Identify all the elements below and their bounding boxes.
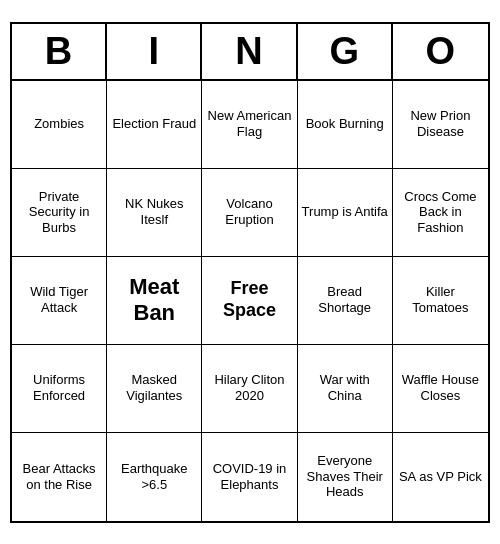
bingo-grid: ZombiesElection FraudNew American FlagBo…: [12, 81, 488, 521]
bingo-cell-22: COVID-19 in Elephants: [202, 433, 297, 521]
bingo-cell-23: Everyone Shaves Their Heads: [298, 433, 393, 521]
bingo-letter-o: O: [393, 24, 488, 79]
bingo-cell-7: Volcano Eruption: [202, 169, 297, 257]
bingo-cell-0: Zombies: [12, 81, 107, 169]
bingo-cell-12: Free Space: [202, 257, 297, 345]
bingo-cell-20: Bear Attacks on the Rise: [12, 433, 107, 521]
bingo-cell-14: Killer Tomatoes: [393, 257, 488, 345]
bingo-cell-8: Trump is Antifa: [298, 169, 393, 257]
bingo-cell-4: New Prion Disease: [393, 81, 488, 169]
bingo-cell-10: Wild Tiger Attack: [12, 257, 107, 345]
bingo-letter-b: B: [12, 24, 107, 79]
bingo-letter-n: N: [202, 24, 297, 79]
bingo-cell-1: Election Fraud: [107, 81, 202, 169]
bingo-cell-6: NK Nukes Iteslf: [107, 169, 202, 257]
bingo-cell-2: New American Flag: [202, 81, 297, 169]
bingo-cell-17: Hilary Cliton 2020: [202, 345, 297, 433]
bingo-cell-11: Meat Ban: [107, 257, 202, 345]
bingo-cell-3: Book Burning: [298, 81, 393, 169]
bingo-cell-15: Uniforms Enforced: [12, 345, 107, 433]
bingo-cell-18: War with China: [298, 345, 393, 433]
bingo-cell-24: SA as VP Pick: [393, 433, 488, 521]
bingo-cell-19: Waffle House Closes: [393, 345, 488, 433]
bingo-header: BINGO: [12, 24, 488, 81]
bingo-card: BINGO ZombiesElection FraudNew American …: [10, 22, 490, 523]
bingo-cell-21: Earthquake >6.5: [107, 433, 202, 521]
bingo-cell-5: Private Security in Burbs: [12, 169, 107, 257]
bingo-cell-16: Masked Vigilantes: [107, 345, 202, 433]
bingo-letter-i: I: [107, 24, 202, 79]
bingo-cell-9: Crocs Come Back in Fashion: [393, 169, 488, 257]
bingo-letter-g: G: [298, 24, 393, 79]
bingo-cell-13: Bread Shortage: [298, 257, 393, 345]
